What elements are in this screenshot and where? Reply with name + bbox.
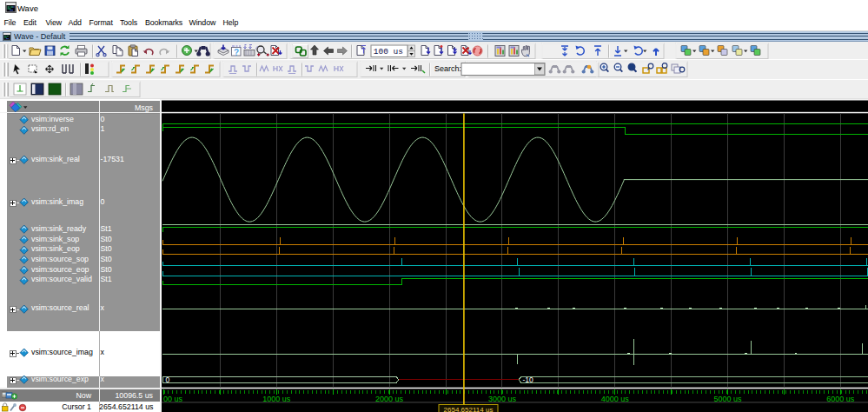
svg-text:Search:: Search: (434, 64, 461, 73)
svg-text:5000 us: 5000 us (713, 395, 742, 403)
svg-text:00 us: 00 us (163, 395, 183, 403)
svg-text:-10: -10 (523, 375, 534, 384)
svg-text:100 us: 100 us (374, 47, 403, 56)
svg-text:1000 us: 1000 us (262, 395, 291, 403)
svg-text:?: ? (234, 48, 239, 57)
svg-text:2654.652114 us: 2654.652114 us (444, 406, 494, 412)
svg-text:3000 us: 3000 us (488, 395, 517, 403)
svg-text:4000 us: 4000 us (601, 395, 630, 403)
svg-text:0: 0 (166, 375, 170, 384)
svg-text:2000 us: 2000 us (375, 395, 404, 403)
svg-text:6000 us: 6000 us (826, 395, 855, 403)
